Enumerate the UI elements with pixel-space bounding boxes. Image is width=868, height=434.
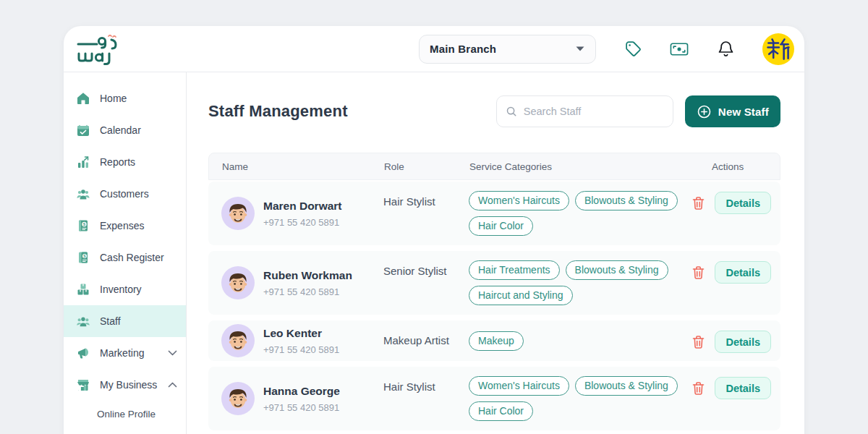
plus-circle-icon bbox=[697, 104, 712, 119]
sidebar-item-inventory[interactable]: Inventory bbox=[64, 273, 186, 305]
service-category-chip: Hair Color bbox=[469, 216, 533, 236]
sidebar-item-expenses[interactable]: $Expenses bbox=[64, 210, 186, 242]
staff-name: Hanna George bbox=[263, 385, 340, 398]
sidebar-item-label: Expenses bbox=[100, 220, 144, 231]
table-row: Ruben Workman +971 55 420 5891 Senior St… bbox=[208, 251, 780, 315]
bell-icon[interactable] bbox=[716, 40, 735, 59]
sidebar-item-cash-register[interactable]: $Cash Register bbox=[64, 242, 186, 273]
staff-name-cell: Leo Kenter +971 55 420 5891 bbox=[221, 324, 383, 357]
sidebar-item-home[interactable]: Home bbox=[64, 82, 186, 114]
sidebar-item-label: Customers bbox=[100, 188, 149, 200]
banknote-icon[interactable] bbox=[670, 40, 689, 59]
sidebar-item-calendar[interactable]: Calendar bbox=[64, 114, 186, 146]
staff-icon bbox=[76, 314, 90, 328]
col-role: Role bbox=[384, 161, 469, 172]
service-category-chip: Women's Haircuts bbox=[469, 191, 569, 210]
service-category-chip: Blowouts & Styling bbox=[575, 376, 678, 396]
row-actions: Details bbox=[697, 255, 780, 284]
chevron-up-icon bbox=[168, 382, 177, 388]
top-bar: Main Branch bbox=[64, 26, 804, 72]
service-categories: Hair TreatmentsBlowouts & StylingHaircut… bbox=[469, 255, 697, 311]
staff-role: Hair Stylist bbox=[383, 185, 469, 208]
row-actions: Details bbox=[697, 185, 780, 214]
inventory-icon bbox=[76, 282, 90, 297]
sidebar-item-label: My Business bbox=[100, 379, 157, 391]
sidebar: HomeCalendarReportsCustomers$Expenses$Ca… bbox=[64, 72, 187, 434]
staff-name: Ruben Workman bbox=[263, 269, 352, 282]
delete-icon[interactable] bbox=[692, 335, 705, 349]
sidebar-item-label: Home bbox=[100, 93, 127, 104]
sidebar-item-marketing[interactable]: Marketing bbox=[64, 337, 186, 369]
details-button[interactable]: Details bbox=[715, 377, 771, 399]
staff-name: Leo Kenter bbox=[263, 327, 339, 340]
sidebar-item-label: Calendar bbox=[100, 124, 141, 136]
sidebar-subitem-online-profile[interactable]: Online Profile bbox=[64, 401, 186, 427]
chevron-down-icon bbox=[575, 46, 585, 52]
user-avatar[interactable] bbox=[762, 33, 794, 65]
delete-icon[interactable] bbox=[692, 196, 705, 210]
home-icon bbox=[76, 91, 90, 106]
table-row: Hanna George +971 55 420 5891 Hair Styli… bbox=[208, 367, 780, 430]
row-actions: Details bbox=[697, 324, 780, 353]
delete-icon[interactable] bbox=[692, 381, 705, 396]
staff-table: Name Role Service Categories Actions bbox=[208, 153, 780, 434]
new-staff-button[interactable]: New Staff bbox=[685, 95, 780, 127]
table-header: Name Role Service Categories Actions bbox=[208, 153, 780, 180]
branch-selector[interactable]: Main Branch bbox=[419, 35, 596, 64]
staff-avatar bbox=[221, 197, 255, 230]
staff-name-cell: Ruben Workman +971 55 420 5891 bbox=[221, 266, 383, 299]
staff-phone: +971 55 420 5891 bbox=[263, 344, 339, 355]
sidebar-item-label: Staff bbox=[100, 315, 121, 327]
expenses-icon: $ bbox=[76, 218, 90, 233]
details-button[interactable]: Details bbox=[715, 261, 771, 284]
sidebar-item-label: Marketing bbox=[100, 347, 144, 359]
staff-search bbox=[496, 95, 673, 127]
waj-logo bbox=[75, 33, 122, 65]
reports-icon bbox=[76, 155, 90, 169]
sidebar-item-reports[interactable]: Reports bbox=[64, 146, 186, 178]
sidebar-item-staff[interactable]: Staff bbox=[64, 305, 186, 337]
col-name: Name bbox=[222, 161, 384, 172]
staff-phone: +971 55 420 5891 bbox=[263, 286, 352, 297]
sidebar-item-label: Inventory bbox=[100, 284, 142, 295]
staff-name-cell: Hanna George +971 55 420 5891 bbox=[221, 382, 383, 415]
delete-icon[interactable] bbox=[692, 265, 705, 280]
sidebar-item-customers[interactable]: Customers bbox=[64, 178, 186, 210]
service-category-chip: Haircut and Styling bbox=[469, 286, 573, 305]
details-button[interactable]: Details bbox=[715, 331, 771, 353]
my-business-icon bbox=[76, 378, 90, 392]
branch-selector-value: Main Branch bbox=[430, 43, 496, 55]
service-category-chip: Hair Color bbox=[469, 401, 533, 421]
service-category-chip: Makeup bbox=[469, 331, 524, 351]
staff-phone: +971 55 420 5891 bbox=[263, 217, 342, 228]
staff-phone: +971 55 420 5891 bbox=[263, 402, 340, 413]
marketing-icon bbox=[76, 346, 90, 360]
col-categories: Service Categories bbox=[469, 161, 696, 172]
staff-role: Hair Stylist bbox=[383, 370, 469, 393]
details-button[interactable]: Details bbox=[715, 192, 771, 214]
service-category-chip: Blowouts & Styling bbox=[575, 191, 678, 210]
tag-icon[interactable] bbox=[624, 40, 642, 59]
calendar-icon bbox=[76, 123, 90, 137]
staff-name: Maren Dorwart bbox=[263, 200, 342, 213]
search-icon bbox=[506, 105, 517, 118]
sidebar-item-label: Reports bbox=[100, 156, 135, 168]
sidebar-item-my-business[interactable]: My Business bbox=[64, 369, 186, 401]
staff-avatar bbox=[221, 324, 255, 357]
search-input[interactable] bbox=[524, 106, 664, 117]
new-staff-label: New Staff bbox=[718, 106, 769, 118]
row-actions: Details bbox=[697, 370, 780, 399]
staff-avatar bbox=[221, 382, 255, 415]
table-row: Maren Dorwart +971 55 420 5891 Hair Styl… bbox=[208, 182, 780, 245]
chevron-down-icon bbox=[168, 350, 177, 356]
sidebar-subitem-business-details[interactable]: Business Details bbox=[64, 427, 186, 434]
cash-register-icon: $ bbox=[76, 250, 90, 265]
staff-role: Makeup Artist bbox=[383, 324, 469, 346]
service-category-chip: Blowouts & Styling bbox=[566, 260, 668, 280]
service-category-chip: Women's Haircuts bbox=[469, 376, 569, 396]
table-row: Leo Kenter +971 55 420 5891 Makeup Artis… bbox=[208, 320, 780, 361]
service-category-chip: Hair Treatments bbox=[469, 260, 560, 280]
page-title: Staff Management bbox=[208, 102, 348, 121]
main-content: Staff Management New Staff bbox=[187, 72, 804, 434]
col-actions: Actions bbox=[696, 161, 780, 172]
